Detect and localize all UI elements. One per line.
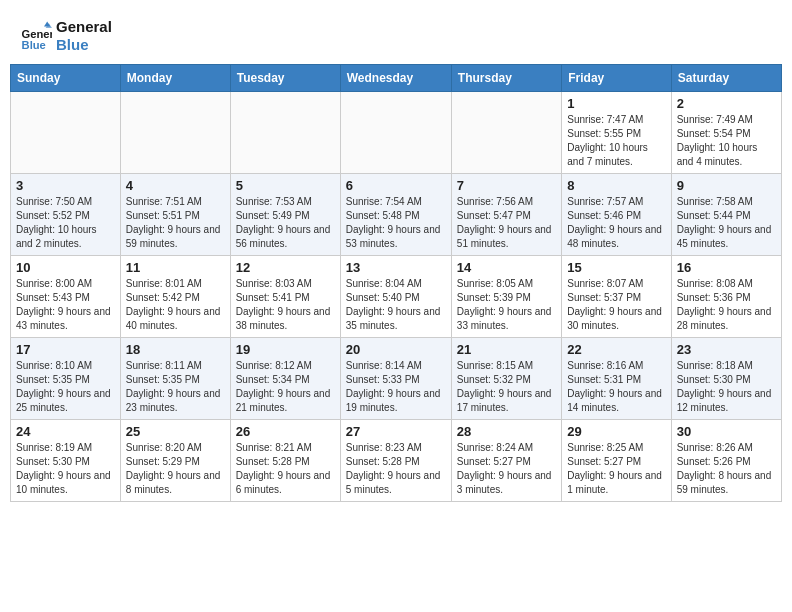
day-number: 11 — [126, 260, 225, 275]
day-info: Sunrise: 8:07 AMSunset: 5:37 PMDaylight:… — [567, 277, 665, 333]
calendar-cell: 30Sunrise: 8:26 AMSunset: 5:26 PMDayligh… — [671, 420, 781, 502]
calendar-cell — [11, 92, 121, 174]
day-number: 9 — [677, 178, 776, 193]
calendar-cell: 29Sunrise: 8:25 AMSunset: 5:27 PMDayligh… — [562, 420, 671, 502]
calendar-cell: 28Sunrise: 8:24 AMSunset: 5:27 PMDayligh… — [451, 420, 561, 502]
day-number: 16 — [677, 260, 776, 275]
calendar-cell: 13Sunrise: 8:04 AMSunset: 5:40 PMDayligh… — [340, 256, 451, 338]
calendar-cell: 22Sunrise: 8:16 AMSunset: 5:31 PMDayligh… — [562, 338, 671, 420]
day-number: 12 — [236, 260, 335, 275]
day-number: 15 — [567, 260, 665, 275]
day-number: 25 — [126, 424, 225, 439]
calendar-cell: 14Sunrise: 8:05 AMSunset: 5:39 PMDayligh… — [451, 256, 561, 338]
day-info: Sunrise: 8:25 AMSunset: 5:27 PMDaylight:… — [567, 441, 665, 497]
weekday-header-wednesday: Wednesday — [340, 65, 451, 92]
calendar-cell: 10Sunrise: 8:00 AMSunset: 5:43 PMDayligh… — [11, 256, 121, 338]
weekday-header-monday: Monday — [120, 65, 230, 92]
day-number: 26 — [236, 424, 335, 439]
day-info: Sunrise: 8:15 AMSunset: 5:32 PMDaylight:… — [457, 359, 556, 415]
svg-text:Blue: Blue — [22, 39, 46, 51]
calendar-cell: 15Sunrise: 8:07 AMSunset: 5:37 PMDayligh… — [562, 256, 671, 338]
calendar-cell: 25Sunrise: 8:20 AMSunset: 5:29 PMDayligh… — [120, 420, 230, 502]
calendar-cell: 11Sunrise: 8:01 AMSunset: 5:42 PMDayligh… — [120, 256, 230, 338]
day-info: Sunrise: 8:21 AMSunset: 5:28 PMDaylight:… — [236, 441, 335, 497]
day-info: Sunrise: 7:58 AMSunset: 5:44 PMDaylight:… — [677, 195, 776, 251]
day-number: 24 — [16, 424, 115, 439]
day-info: Sunrise: 7:50 AMSunset: 5:52 PMDaylight:… — [16, 195, 115, 251]
day-number: 28 — [457, 424, 556, 439]
day-info: Sunrise: 8:03 AMSunset: 5:41 PMDaylight:… — [236, 277, 335, 333]
calendar-cell — [230, 92, 340, 174]
day-info: Sunrise: 7:56 AMSunset: 5:47 PMDaylight:… — [457, 195, 556, 251]
calendar-cell — [120, 92, 230, 174]
weekday-header-sunday: Sunday — [11, 65, 121, 92]
day-number: 23 — [677, 342, 776, 357]
calendar-cell: 12Sunrise: 8:03 AMSunset: 5:41 PMDayligh… — [230, 256, 340, 338]
week-row-2: 3Sunrise: 7:50 AMSunset: 5:52 PMDaylight… — [11, 174, 782, 256]
day-info: Sunrise: 8:05 AMSunset: 5:39 PMDaylight:… — [457, 277, 556, 333]
calendar-cell: 5Sunrise: 7:53 AMSunset: 5:49 PMDaylight… — [230, 174, 340, 256]
calendar-cell: 8Sunrise: 7:57 AMSunset: 5:46 PMDaylight… — [562, 174, 671, 256]
svg-text:General: General — [22, 28, 52, 40]
calendar-cell: 16Sunrise: 8:08 AMSunset: 5:36 PMDayligh… — [671, 256, 781, 338]
day-number: 10 — [16, 260, 115, 275]
day-info: Sunrise: 8:24 AMSunset: 5:27 PMDaylight:… — [457, 441, 556, 497]
day-info: Sunrise: 7:53 AMSunset: 5:49 PMDaylight:… — [236, 195, 335, 251]
calendar-cell: 24Sunrise: 8:19 AMSunset: 5:30 PMDayligh… — [11, 420, 121, 502]
week-row-3: 10Sunrise: 8:00 AMSunset: 5:43 PMDayligh… — [11, 256, 782, 338]
calendar-cell: 27Sunrise: 8:23 AMSunset: 5:28 PMDayligh… — [340, 420, 451, 502]
calendar-cell: 3Sunrise: 7:50 AMSunset: 5:52 PMDaylight… — [11, 174, 121, 256]
calendar-table: SundayMondayTuesdayWednesdayThursdayFrid… — [10, 64, 782, 502]
day-info: Sunrise: 8:04 AMSunset: 5:40 PMDaylight:… — [346, 277, 446, 333]
day-info: Sunrise: 8:26 AMSunset: 5:26 PMDaylight:… — [677, 441, 776, 497]
weekday-header-row: SundayMondayTuesdayWednesdayThursdayFrid… — [11, 65, 782, 92]
calendar-cell: 1Sunrise: 7:47 AMSunset: 5:55 PMDaylight… — [562, 92, 671, 174]
day-number: 5 — [236, 178, 335, 193]
day-number: 27 — [346, 424, 446, 439]
day-number: 1 — [567, 96, 665, 111]
week-row-5: 24Sunrise: 8:19 AMSunset: 5:30 PMDayligh… — [11, 420, 782, 502]
calendar-cell — [340, 92, 451, 174]
day-info: Sunrise: 7:49 AMSunset: 5:54 PMDaylight:… — [677, 113, 776, 169]
day-info: Sunrise: 8:16 AMSunset: 5:31 PMDaylight:… — [567, 359, 665, 415]
calendar-cell: 18Sunrise: 8:11 AMSunset: 5:35 PMDayligh… — [120, 338, 230, 420]
logo-text-general: General — [56, 18, 112, 36]
day-number: 30 — [677, 424, 776, 439]
day-info: Sunrise: 8:23 AMSunset: 5:28 PMDaylight:… — [346, 441, 446, 497]
day-number: 29 — [567, 424, 665, 439]
week-row-1: 1Sunrise: 7:47 AMSunset: 5:55 PMDaylight… — [11, 92, 782, 174]
week-row-4: 17Sunrise: 8:10 AMSunset: 5:35 PMDayligh… — [11, 338, 782, 420]
calendar-cell: 6Sunrise: 7:54 AMSunset: 5:48 PMDaylight… — [340, 174, 451, 256]
day-number: 6 — [346, 178, 446, 193]
day-number: 20 — [346, 342, 446, 357]
day-number: 2 — [677, 96, 776, 111]
day-info: Sunrise: 8:11 AMSunset: 5:35 PMDaylight:… — [126, 359, 225, 415]
day-info: Sunrise: 8:20 AMSunset: 5:29 PMDaylight:… — [126, 441, 225, 497]
calendar-cell: 26Sunrise: 8:21 AMSunset: 5:28 PMDayligh… — [230, 420, 340, 502]
calendar-cell: 23Sunrise: 8:18 AMSunset: 5:30 PMDayligh… — [671, 338, 781, 420]
calendar-cell — [451, 92, 561, 174]
logo-text-blue: Blue — [56, 36, 112, 54]
day-number: 3 — [16, 178, 115, 193]
day-number: 22 — [567, 342, 665, 357]
day-info: Sunrise: 8:08 AMSunset: 5:36 PMDaylight:… — [677, 277, 776, 333]
calendar-cell: 20Sunrise: 8:14 AMSunset: 5:33 PMDayligh… — [340, 338, 451, 420]
day-info: Sunrise: 7:54 AMSunset: 5:48 PMDaylight:… — [346, 195, 446, 251]
day-info: Sunrise: 7:51 AMSunset: 5:51 PMDaylight:… — [126, 195, 225, 251]
calendar-cell: 4Sunrise: 7:51 AMSunset: 5:51 PMDaylight… — [120, 174, 230, 256]
day-info: Sunrise: 7:47 AMSunset: 5:55 PMDaylight:… — [567, 113, 665, 169]
page-header: General Blue General Blue — [10, 10, 782, 58]
day-info: Sunrise: 8:18 AMSunset: 5:30 PMDaylight:… — [677, 359, 776, 415]
weekday-header-tuesday: Tuesday — [230, 65, 340, 92]
calendar-cell: 2Sunrise: 7:49 AMSunset: 5:54 PMDaylight… — [671, 92, 781, 174]
weekday-header-friday: Friday — [562, 65, 671, 92]
calendar-cell: 19Sunrise: 8:12 AMSunset: 5:34 PMDayligh… — [230, 338, 340, 420]
day-info: Sunrise: 8:00 AMSunset: 5:43 PMDaylight:… — [16, 277, 115, 333]
day-number: 13 — [346, 260, 446, 275]
day-info: Sunrise: 7:57 AMSunset: 5:46 PMDaylight:… — [567, 195, 665, 251]
day-number: 21 — [457, 342, 556, 357]
calendar-cell: 9Sunrise: 7:58 AMSunset: 5:44 PMDaylight… — [671, 174, 781, 256]
calendar-cell: 21Sunrise: 8:15 AMSunset: 5:32 PMDayligh… — [451, 338, 561, 420]
day-number: 7 — [457, 178, 556, 193]
day-info: Sunrise: 8:01 AMSunset: 5:42 PMDaylight:… — [126, 277, 225, 333]
